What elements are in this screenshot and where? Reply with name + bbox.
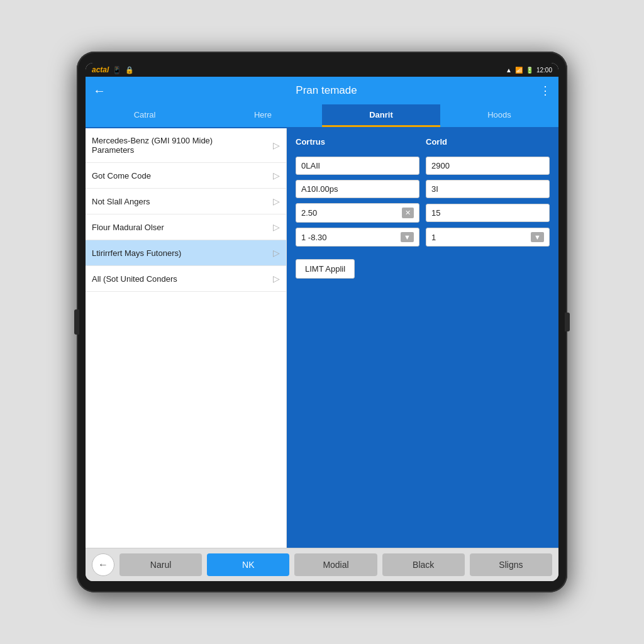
bottom-btn-nk[interactable]: NK <box>207 553 289 576</box>
list-item-text: Flour Madural Olser <box>92 223 273 232</box>
list-item-text: Not Slall Angers <box>92 197 273 206</box>
field-value: 1 <box>431 233 436 242</box>
field-row1-col1[interactable]: 0LAIl <box>296 157 419 175</box>
limit-apply-button[interactable]: LIMT Applil <box>296 259 355 279</box>
list-item-4[interactable]: Ltirirrfert Mays Futoners)▷ <box>86 240 286 266</box>
bottom-btn-sligns[interactable]: Sligns <box>470 553 552 576</box>
data-row-3: 2.50 ✕ 15 <box>296 203 550 223</box>
tab-bar: CatralHereDanritHoods <box>86 104 558 128</box>
main-content: Mercedes-Benz (GMI 9100 Mide)Parameters▷… <box>86 128 558 548</box>
field-row2-col1[interactable]: A10I.00ps <box>296 180 419 198</box>
col2-header: Corld <box>426 137 550 150</box>
list-item-5[interactable]: All (Sot United Conders▷ <box>86 266 286 292</box>
nav-title: Pran temade <box>113 84 540 97</box>
list-item-0[interactable]: Mercedes-Benz (GMI 9100 Mide)Parameters▷ <box>86 128 286 163</box>
field-value: 3I <box>431 184 438 194</box>
clear-button[interactable]: ✕ <box>402 208 414 218</box>
tab-catral[interactable]: Catral <box>86 104 204 127</box>
bottom-bar: ← NarulNKModialBlackSligns <box>86 548 558 581</box>
field-row3-col1[interactable]: 2.50 ✕ <box>296 203 419 223</box>
tab-hoods[interactable]: Hoods <box>440 104 558 127</box>
list-item-text: All (Sot United Conders <box>92 274 273 284</box>
wifi-icon: 📶 <box>515 67 523 74</box>
list-item-arrow: ▷ <box>273 170 280 180</box>
nav-menu-button[interactable]: ⋮ <box>540 84 551 97</box>
status-icon-1: 📱 <box>113 66 121 74</box>
nav-back-button[interactable]: ← <box>93 84 106 98</box>
side-button-left[interactable] <box>74 309 79 335</box>
list-item-1[interactable]: Got Come Code▷ <box>86 163 286 189</box>
list-item-arrow: ▷ <box>273 196 280 206</box>
list-item-arrow: ▷ <box>273 248 280 258</box>
field-value: 15 <box>431 208 440 218</box>
top-nav: ← Pran temade ⋮ <box>86 77 558 104</box>
right-panel: Cortrus Corld 0LAIl 2900 A10I.00ps <box>287 128 558 548</box>
field-row1-col2[interactable]: 2900 <box>426 157 550 175</box>
dropdown-button-1[interactable]: ▼ <box>401 232 414 242</box>
field-value: 1 -8.30 <box>301 233 326 242</box>
side-button-right[interactable] <box>565 313 570 331</box>
list-item-text: Ltirirrfert Mays Futoners) <box>92 248 273 258</box>
list-item-2[interactable]: Not Slall Angers▷ <box>86 189 286 214</box>
list-item-3[interactable]: Flour Madural Olser▷ <box>86 214 286 240</box>
status-bar: actal 📱 🔒 ▲ 📶 🔋 12:00 <box>86 63 558 77</box>
tab-here[interactable]: Here <box>204 104 322 127</box>
list-item-arrow: ▷ <box>273 140 280 150</box>
status-icon-2: 🔒 <box>125 66 134 74</box>
field-value: 2900 <box>431 161 450 170</box>
clock: 12:00 <box>536 67 552 74</box>
brand-label: actal <box>92 65 109 74</box>
field-row3-col2[interactable]: 15 <box>426 204 550 222</box>
field-value: 2.50 <box>301 208 317 218</box>
list-item-arrow: ▷ <box>273 222 280 232</box>
col1-header: Cortrus <box>296 137 419 150</box>
left-panel: Mercedes-Benz (GMI 9100 Mide)Parameters▷… <box>86 128 287 548</box>
bottom-back-button[interactable]: ← <box>92 553 114 576</box>
signal-icon: ▲ <box>506 67 512 74</box>
bottom-btn-black[interactable]: Black <box>382 553 465 576</box>
field-row4-col2[interactable]: 1 ▼ <box>426 228 550 247</box>
bottom-btn-modial[interactable]: Modial <box>294 553 377 576</box>
tablet-screen: actal 📱 🔒 ▲ 📶 🔋 12:00 ← Pran temade ⋮ Ca… <box>86 63 558 581</box>
list-item-text: Got Come Code <box>92 171 273 180</box>
data-row-4: 1 -8.30 ▼ 1 ▼ <box>296 228 550 247</box>
bottom-btn-narul[interactable]: Narul <box>119 553 202 576</box>
field-row2-col2[interactable]: 3I <box>426 180 550 198</box>
tablet-device: actal 📱 🔒 ▲ 📶 🔋 12:00 ← Pran temade ⋮ Ca… <box>77 52 567 592</box>
list-item-arrow: ▷ <box>273 274 280 284</box>
tab-danrit[interactable]: Danrit <box>322 104 440 127</box>
dropdown-button-2[interactable]: ▼ <box>531 232 544 242</box>
right-header: Cortrus Corld <box>296 137 550 150</box>
data-row-2: A10I.00ps 3I <box>296 180 550 198</box>
field-value: A10I.00ps <box>301 184 338 194</box>
data-row-1: 0LAIl 2900 <box>296 157 550 175</box>
status-bar-left: actal 📱 🔒 <box>92 65 134 74</box>
field-value: 0LAIl <box>301 161 320 170</box>
status-bar-right: ▲ 📶 🔋 12:00 <box>506 67 552 74</box>
list-item-text: Mercedes-Benz (GMI 9100 Mide)Parameters <box>92 136 273 155</box>
field-row4-col1[interactable]: 1 -8.30 ▼ <box>296 228 419 247</box>
battery-icon: 🔋 <box>526 67 533 74</box>
